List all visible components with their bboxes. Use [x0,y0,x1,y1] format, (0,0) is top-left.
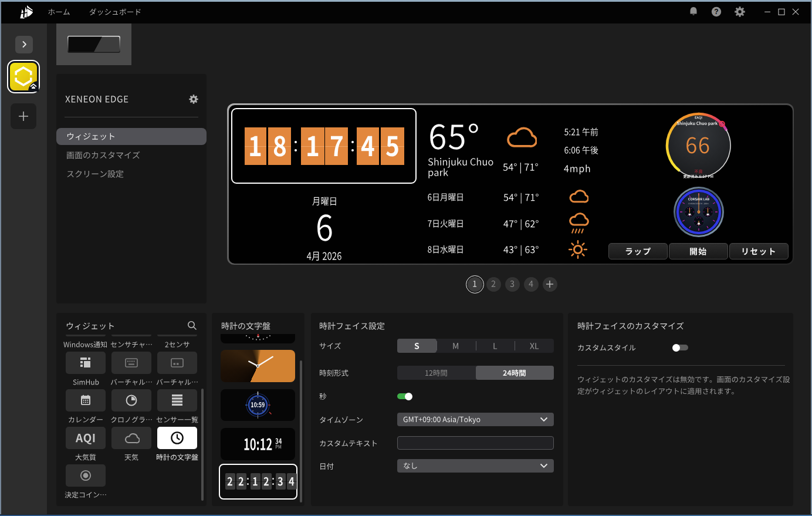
svg-text:?: ? [714,8,718,16]
